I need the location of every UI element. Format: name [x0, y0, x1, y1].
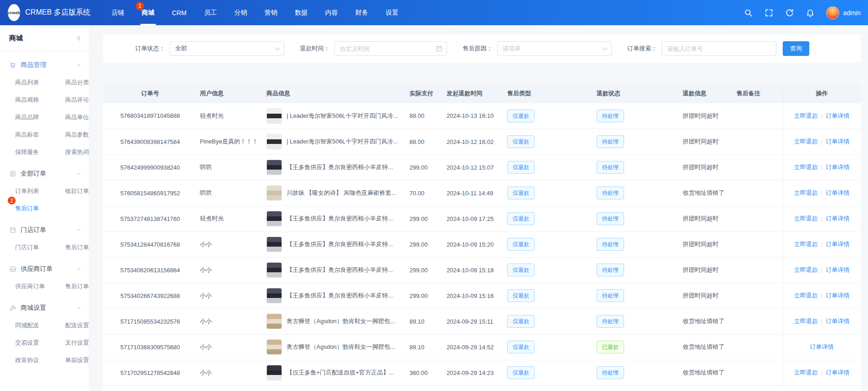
order-number: 576424999900938240	[120, 164, 180, 171]
refund-now-link[interactable]: 立即退款	[794, 164, 818, 171]
sidebar-item-1[interactable]: 收款订单	[65, 182, 89, 200]
refund-now-link[interactable]: 立即退款	[794, 138, 818, 145]
nav-item-6[interactable]: 数据	[295, 0, 308, 25]
order-search-input[interactable]	[662, 41, 776, 56]
sidebar-section-header-supplier-orders[interactable]: 供应商订单	[0, 260, 89, 278]
sidebar-item-1[interactable]: 售后订单	[65, 278, 89, 295]
nav-item-label: 营销	[265, 9, 277, 17]
sidebar-item-9[interactable]: 搜索热词	[65, 143, 89, 161]
sidebar-items-grid: 订单列表收款订单2售后订单	[0, 182, 89, 217]
sidebar-item-8[interactable]: 保障服务	[15, 143, 65, 161]
order-detail-link[interactable]: 订单详情	[826, 318, 850, 325]
row-actions: 立即退款|订单详情	[794, 266, 850, 273]
product-thumbnail	[266, 211, 282, 226]
sidebar-item-2[interactable]: 2售后订单	[15, 200, 65, 217]
sidebar-item-0[interactable]: 门店订单	[15, 239, 65, 256]
chevron-up-icon	[76, 171, 82, 176]
order-status-select[interactable]: 全部	[170, 41, 284, 56]
calendar-icon	[436, 45, 443, 52]
sidebar-item-0[interactable]: 订单列表	[15, 182, 65, 200]
product-name: 【王多鱼供应】奥尔良密西根小羊皮特...	[287, 292, 393, 300]
sidebar-item-1[interactable]: 配送设置	[65, 317, 89, 334]
order-detail-link[interactable]: 订单详情	[826, 138, 850, 145]
nav-item-0[interactable]: 店铺	[111, 0, 124, 25]
sidebar-item-1[interactable]: 商品分类	[65, 74, 89, 91]
user-name: 小小	[200, 318, 212, 325]
sidebar-item-3[interactable]: 商品评论	[65, 91, 89, 109]
refund-start-time: 2024-10-12 16:02	[447, 138, 494, 145]
filter-bar: 订单状态： 全部 退款时间： 售后原因： 请选择 订单搜索： 查询	[103, 34, 861, 63]
sidebar-item-5[interactable]: 单据设置	[65, 352, 89, 369]
order-detail-link[interactable]: 订单详情	[826, 112, 850, 119]
nav-item-5[interactable]: 营销	[265, 0, 277, 25]
sidebar-section-label: 门店订单	[21, 226, 46, 234]
refund-start-time: 2024-10-09 17:25	[447, 215, 494, 222]
order-detail-link[interactable]: 订单详情	[826, 292, 850, 299]
collapse-sidebar-icon[interactable]	[74, 34, 82, 42]
column-header: 退款状态	[589, 84, 679, 103]
user-name: 小小	[200, 292, 212, 299]
sidebar-section-header-settings[interactable]: 商城设置	[0, 299, 89, 317]
sidebar-item-3[interactable]: 支付设置	[65, 334, 89, 352]
order-detail-link[interactable]: 订单详情	[826, 215, 850, 222]
sidebar-item-4[interactable]: 商品品牌	[15, 109, 65, 126]
order-detail-link[interactable]: 订单详情	[826, 241, 850, 248]
refresh-icon[interactable]	[785, 8, 794, 17]
nav-item-2[interactable]: CRM	[172, 0, 187, 25]
refund-now-link[interactable]: 立即退款	[794, 215, 818, 222]
refund-time-input[interactable]	[334, 41, 447, 56]
refund-now-link[interactable]: 立即退款	[794, 189, 818, 196]
refund-now-link[interactable]: 立即退款	[794, 292, 818, 299]
bell-icon[interactable]	[806, 8, 815, 17]
nav-item-3[interactable]: 员工	[204, 0, 217, 25]
product-name: 奥古狮登（Agsdon）勃肯鞋女一脚蹬包...	[287, 343, 395, 351]
sidebar-item-0[interactable]: 同城配送	[15, 317, 65, 334]
paid-amount: 299.00	[409, 164, 428, 171]
sidebar-section-header-all-orders[interactable]: 全部订单	[0, 165, 89, 182]
refund-info: 拼团时间超时	[683, 112, 719, 119]
refund-now-link[interactable]: 立即退款	[794, 112, 818, 119]
sidebar-item-7[interactable]: 商品参数	[65, 126, 89, 143]
refund-now-link[interactable]: 立即退款	[794, 318, 818, 325]
query-button[interactable]: 查询	[783, 41, 809, 56]
refund-now-link[interactable]: 立即退款	[794, 369, 818, 376]
nav-item-7[interactable]: 内容	[325, 0, 338, 25]
sidebar-item-6[interactable]: 商品标签	[15, 126, 65, 143]
column-header: 售后备注	[731, 84, 783, 103]
sidebar-section-header-goods[interactable]: 商品管理	[0, 56, 89, 74]
refund-info: 拼团时间超时	[683, 215, 719, 222]
nav-item-8[interactable]: 财务	[355, 0, 368, 25]
sidebar-item-label: 售后订单	[65, 243, 89, 252]
order-detail-link[interactable]: 订单详情	[826, 189, 850, 196]
order-detail-link[interactable]: 订单详情	[810, 343, 834, 350]
sidebar-item-5[interactable]: 商品单位	[65, 109, 89, 126]
nav-item-9[interactable]: 设置	[386, 0, 398, 25]
search-icon[interactable]	[744, 8, 753, 17]
table-row: 576058154865917952 哄哄 川故纵 【哑女的诗】 灰咖色亚麻裙裤…	[103, 180, 861, 206]
aftersale-reason-select[interactable]: 请选择	[497, 41, 612, 56]
aftersale-type-badge: 仅退款	[507, 315, 535, 328]
order-detail-link[interactable]: 订单详情	[826, 266, 850, 273]
refund-now-link[interactable]: 立即退款	[794, 266, 818, 273]
sidebar-items-grid: 供应商订单售后订单	[0, 278, 89, 295]
nav-item-1[interactable]: 1商城	[142, 0, 155, 25]
refund-now-link[interactable]: 立即退款	[794, 241, 818, 248]
sidebar-item-4[interactable]: 政策协议	[15, 352, 65, 369]
product-thumbnail	[266, 185, 282, 201]
order-number: 571702951278542848	[120, 369, 180, 376]
sidebar-section-label: 供应商订单	[21, 265, 53, 273]
sidebar-item-0[interactable]: 商品列表	[15, 74, 65, 91]
sidebar-item-2[interactable]: 交易设置	[15, 334, 65, 352]
user-avatar[interactable]	[826, 6, 839, 19]
sidebar-item-2[interactable]: 商品规格	[15, 91, 65, 109]
order-detail-link[interactable]: 订单详情	[826, 164, 850, 171]
paid-amount: 299.00	[409, 241, 428, 248]
sidebar-item-0[interactable]: 供应商订单	[15, 278, 65, 295]
sidebar-section-header-store-orders[interactable]: 门店订单	[0, 221, 89, 239]
order-detail-link[interactable]: 订单详情	[826, 369, 850, 376]
nav-item-4[interactable]: 分销	[234, 0, 247, 25]
refund-start-time: 2024-10-09 15:16	[447, 292, 494, 299]
username[interactable]: admin	[843, 9, 861, 17]
fullscreen-icon[interactable]	[764, 8, 774, 17]
sidebar-item-1[interactable]: 售后订单	[65, 239, 89, 256]
